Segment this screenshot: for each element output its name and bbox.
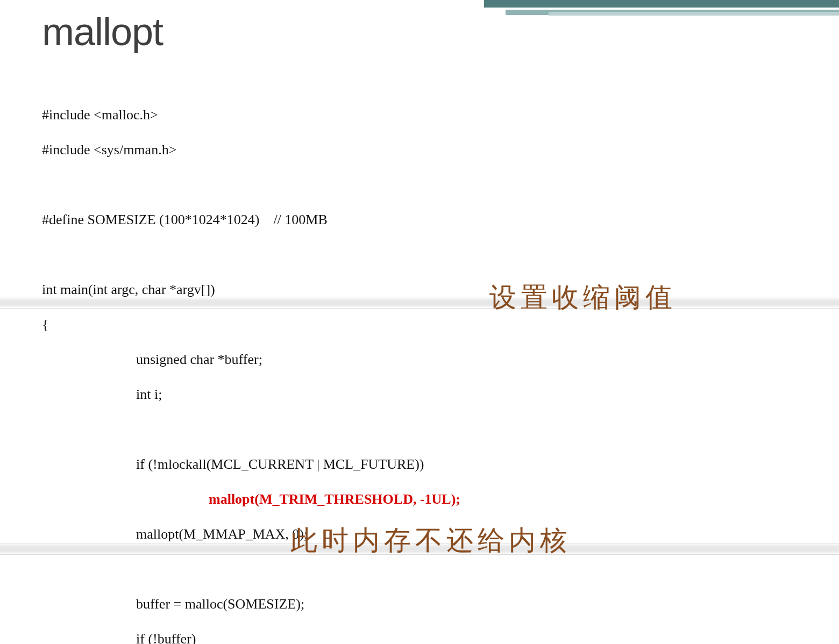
code-line: unsigned char *buffer; — [42, 351, 827, 369]
annotation-trim-threshold: 设置收缩阈值 — [489, 280, 677, 316]
top-decoration — [484, 0, 839, 22]
code-line: buffer = malloc(SOMESIZE); — [42, 596, 827, 613]
code-line: #define SOMESIZE (100*1024*1024) // 100M… — [42, 211, 827, 229]
code-block: #include <malloc.h> #include <sys/mman.h… — [42, 89, 827, 644]
code-line: #include <sys/mman.h> — [42, 141, 827, 159]
code-line: { — [42, 316, 827, 334]
code-line-highlight: mallopt(M_TRIM_THRESHOLD, -1UL); — [42, 491, 827, 509]
deco-bar-dark — [484, 0, 839, 8]
annotation-free-memory: 此时内存不还给内核 — [290, 523, 571, 559]
code-line: int i; — [42, 386, 827, 404]
slide: mallopt #include <malloc.h> #include <sy… — [0, 0, 839, 644]
code-line: if (!buffer) — [42, 631, 827, 645]
code-line — [42, 176, 827, 194]
code-line — [42, 246, 827, 264]
code-line: #include <malloc.h> — [42, 106, 827, 124]
deco-bar-soft — [549, 12, 839, 16]
code-line — [42, 561, 827, 578]
code-line — [42, 421, 827, 439]
slide-title: mallopt — [42, 10, 163, 54]
code-line: if (!mlockall(MCL_CURRENT | MCL_FUTURE)) — [42, 456, 827, 474]
code-line: int main(int argc, char *argv[]) — [42, 281, 827, 299]
